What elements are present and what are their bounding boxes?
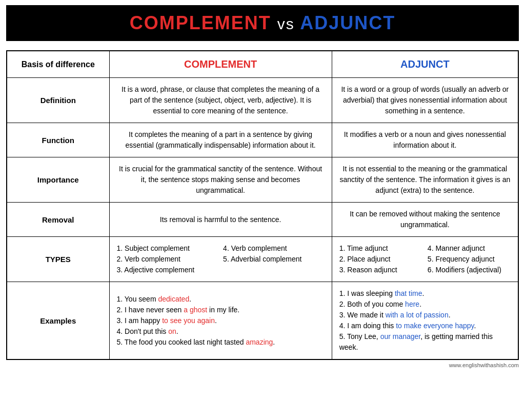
row-basis: Function: [7, 123, 109, 157]
list-item: 1. Subject complement: [117, 243, 218, 254]
list-item: 4. I am doing this to make everyone happ…: [339, 321, 511, 331]
highlight-text: on: [168, 327, 176, 335]
comparison-table: Basis of difference COMPLEMENT ADJUNCT D…: [6, 50, 519, 360]
table-row: FunctionIt completes the meaning of a pa…: [7, 123, 518, 157]
header-complement: COMPLEMENT: [109, 51, 332, 78]
highlight-text: here: [405, 300, 419, 308]
highlight-text: a ghost: [184, 306, 207, 314]
list-item: 5. Adverbial complement: [223, 254, 325, 265]
list-item: 4. Verb complement: [223, 243, 325, 254]
list-item: 4. Don't put this on.: [117, 326, 325, 337]
row-basis: Importance: [7, 157, 109, 203]
list-item: 3. Reason adjunct: [339, 265, 422, 275]
row-adjunct: It is not essential to the meaning or th…: [332, 157, 518, 203]
list-item: 3. Adjective complement: [117, 265, 218, 275]
header-basis: Basis of difference: [7, 51, 109, 78]
row-adjunct-types: 1. Time adjunct2. Place adjunct3. Reason…: [332, 237, 518, 282]
title-bar: COMPLEMENT vs ADJUNCT: [6, 5, 519, 41]
table-row: ImportanceIt is crucial for the grammati…: [7, 157, 518, 203]
row-complement-types: 1. Subject complement2. Verb complement3…: [109, 237, 332, 282]
row-complement: Its removal is harmful to the sentence.: [109, 203, 332, 237]
list-item: 1. Time adjunct: [339, 243, 422, 254]
highlight-text: with a lot of passion: [386, 311, 449, 319]
title-adjunct: ADJUNCT: [300, 12, 395, 33]
highlight-text: our manager: [380, 332, 421, 341]
list-item: 5. The food you cooked last night tasted…: [117, 337, 325, 348]
highlight-text: to see you again: [162, 316, 215, 325]
highlight-text: amazing: [246, 338, 273, 346]
row-adjunct-examples: 1. I was sleeping that time.2. Both of y…: [332, 282, 518, 360]
row-complement: It is crucial for the grammatical sancti…: [109, 157, 332, 203]
title-vs: vs: [277, 15, 300, 32]
list-item: 3. I am happy to see you again.: [117, 315, 325, 326]
list-item: 5. Tony Lee, our manager, is getting mar…: [339, 331, 511, 353]
row-adjunct: It is a word or a group of words (usuall…: [332, 78, 518, 123]
table-row-types: TYPES 1. Subject complement2. Verb compl…: [7, 237, 518, 282]
list-item: 4. Manner adjunct: [428, 243, 511, 254]
watermark: www.englishwithashish.com: [6, 362, 519, 368]
list-item: 1. I was sleeping that time.: [339, 288, 511, 299]
list-item: 6. Modifiers (adjectival): [428, 265, 511, 275]
page-title: COMPLEMENT vs ADJUNCT: [11, 12, 514, 34]
header-adjunct: ADJUNCT: [332, 51, 518, 78]
highlight-text: to make everyone happy: [396, 322, 474, 330]
list-item: 1. You seem dedicated.: [117, 294, 325, 305]
row-adjunct: It can be removed without making the sen…: [332, 203, 518, 237]
table-row: DefinitionIt is a word, phrase, or claus…: [7, 78, 518, 123]
row-complement: It completes the meaning of a part in a …: [109, 123, 332, 157]
list-item: 2. Both of you come here.: [339, 299, 511, 310]
row-complement: It is a word, phrase, or clause that com…: [109, 78, 332, 123]
list-item: 2. Verb complement: [117, 254, 218, 265]
table-row: RemovalIts removal is harmful to the sen…: [7, 203, 518, 237]
page-wrapper: COMPLEMENT vs ADJUNCT Basis of differenc…: [6, 5, 519, 368]
highlight-text: that time: [395, 289, 422, 297]
table-row-examples: Examples1. You seem dedicated.2. I have …: [7, 282, 518, 360]
table-header-row: Basis of difference COMPLEMENT ADJUNCT: [7, 51, 518, 78]
row-adjunct: It modifies a verb or a noun and gives n…: [332, 123, 518, 157]
row-basis: Definition: [7, 78, 109, 123]
row-complement-examples: 1. You seem dedicated.2. I have never se…: [109, 282, 332, 360]
title-complement: COMPLEMENT: [130, 12, 271, 33]
list-item: 2. Place adjunct: [339, 254, 422, 265]
row-basis: Removal: [7, 203, 109, 237]
highlight-text: dedicated: [158, 295, 189, 303]
row-basis-types: TYPES: [7, 237, 109, 282]
row-basis-examples: Examples: [7, 282, 109, 360]
list-item: 2. I have never seen a ghost in my life.: [117, 305, 325, 315]
list-item: 5. Frequency adjunct: [428, 254, 511, 265]
list-item: 3. We made it with a lot of passion.: [339, 310, 511, 321]
